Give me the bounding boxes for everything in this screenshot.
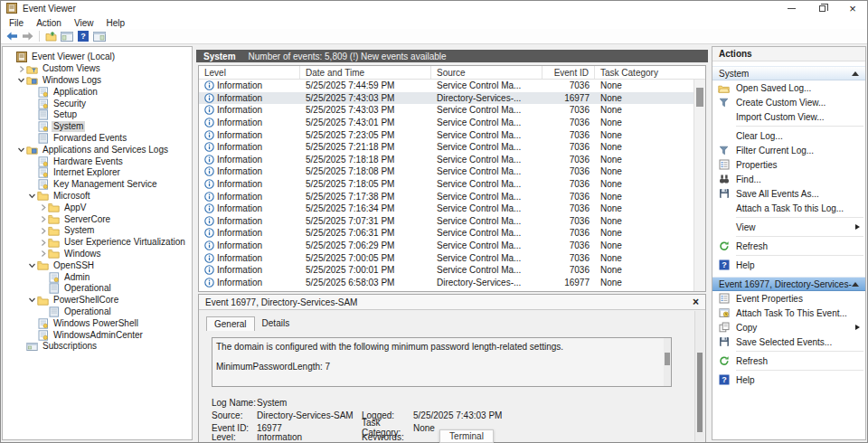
tree-item-servercore[interactable]: ServerCore xyxy=(3,213,192,225)
expander-expanded-icon[interactable] xyxy=(27,193,37,200)
action-import-custom-view[interactable]: Import Custom View... xyxy=(712,109,865,124)
expander-collapsed-icon[interactable] xyxy=(38,215,48,223)
table-row[interactable]: Information5/25/2025 7:06:31 PMService C… xyxy=(199,227,693,240)
table-row[interactable]: Information5/25/2025 7:43:01 PMService C… xyxy=(199,117,693,129)
message-scrollbar[interactable] xyxy=(664,338,671,386)
table-row[interactable]: Information5/25/2025 7:23:05 PMService C… xyxy=(199,128,693,141)
tree-item-microsoft[interactable]: Microsoft xyxy=(3,191,192,203)
tree-item-openssh[interactable]: OpenSSH xyxy=(3,259,192,271)
tree-item-security[interactable]: Security xyxy=(3,98,192,109)
expander-collapsed-icon[interactable] xyxy=(38,227,48,235)
action-attach-a-task-to-this-log[interactable]: Attach a Task To this Log... xyxy=(712,201,865,215)
table-row[interactable]: Information5/25/2025 7:06:29 PMService C… xyxy=(199,240,693,252)
detail-close-button[interactable]: × xyxy=(693,297,699,307)
action-help[interactable]: ?Help xyxy=(712,258,865,272)
expander-collapsed-icon[interactable] xyxy=(38,250,48,258)
close-button[interactable]: × xyxy=(837,0,868,16)
tree-item-hardware-events[interactable]: Hardware Events xyxy=(3,156,192,167)
message-scrollbar-thumb[interactable] xyxy=(665,353,670,365)
detail-scrollbar-thumb[interactable] xyxy=(697,353,703,432)
help-button[interactable]: ? xyxy=(75,30,91,43)
column-header-date[interactable]: Date and Time xyxy=(300,66,431,79)
collapse-arrow-icon[interactable] xyxy=(852,71,859,76)
action-save-selected-events[interactable]: Save Selected Events... xyxy=(712,335,865,349)
table-row[interactable]: Information5/25/2025 7:18:05 PMService C… xyxy=(199,178,693,191)
menu-help[interactable]: Help xyxy=(99,18,131,28)
actions-section-header-system[interactable]: System xyxy=(712,66,865,80)
action-filter-current-log[interactable]: Filter Current Log... xyxy=(712,143,865,157)
tree-item-user-experience-virtualization[interactable]: User Experience Virtualization xyxy=(3,237,192,249)
action-view[interactable]: View xyxy=(712,220,865,234)
expander-collapsed-icon[interactable] xyxy=(38,203,48,212)
detail-scrollbar[interactable] xyxy=(694,311,704,441)
action-clear-log[interactable]: Clear Log... xyxy=(712,128,865,143)
tree-item-system[interactable]: System xyxy=(3,225,192,237)
action-refresh[interactable]: Refresh xyxy=(712,239,865,253)
table-row[interactable]: Information5/25/2025 7:44:59 PMService C… xyxy=(199,80,693,92)
table-row[interactable]: Information5/25/2025 6:58:03 PMDirectory… xyxy=(199,277,693,289)
tab-details[interactable]: Details xyxy=(255,316,297,331)
expander-expanded-icon[interactable] xyxy=(16,77,26,84)
table-row[interactable]: Information5/25/2025 7:07:31 PMService C… xyxy=(199,215,693,228)
action-copy[interactable]: Copy xyxy=(712,320,865,335)
minimize-button[interactable] xyxy=(776,0,807,16)
table-row[interactable]: Information5/25/2025 7:21:18 PMService C… xyxy=(199,141,693,154)
expander-expanded-icon[interactable] xyxy=(27,262,37,269)
tree-item-appv[interactable]: AppV xyxy=(3,202,192,213)
action-refresh[interactable]: Refresh xyxy=(712,353,865,368)
action-properties[interactable]: Properties xyxy=(712,157,865,172)
table-row[interactable]: Information5/25/2025 7:00:01 PMService C… xyxy=(199,264,693,277)
tree-item-event-viewer-local[interactable]: Event Viewer (Local) xyxy=(3,52,192,63)
tree-item-windowsadmincenter[interactable]: WindowsAdminCenter xyxy=(3,329,192,341)
expander-expanded-icon[interactable] xyxy=(27,297,37,304)
tree-item-setup[interactable]: Setup xyxy=(3,109,192,121)
forward-button[interactable] xyxy=(20,30,36,43)
table-row[interactable]: Information5/25/2025 7:18:08 PMService C… xyxy=(199,165,693,178)
tree-item-application[interactable]: Application xyxy=(3,86,192,98)
action-attach-task-to-this-event[interactable]: Attach Task To This Event... xyxy=(712,306,865,320)
console-tree-button[interactable] xyxy=(59,30,75,43)
event-message-box[interactable]: The domain is configured with the follow… xyxy=(212,337,672,387)
actions-section-header-event-16977-directory-services-sam[interactable]: Event 16977, Directory-Services-SAM xyxy=(712,277,865,291)
action-pane-button[interactable] xyxy=(91,30,108,43)
menu-action[interactable]: Action xyxy=(30,18,68,28)
tree-item-internet-explorer[interactable]: Internet Explorer xyxy=(3,167,192,179)
tree-item-system[interactable]: System xyxy=(3,121,192,133)
table-row[interactable]: Information5/25/2025 7:00:05 PMService C… xyxy=(199,251,693,264)
action-event-properties[interactable]: Event Properties xyxy=(712,291,865,306)
table-row[interactable]: Information5/25/2025 7:17:38 PMService C… xyxy=(199,190,693,203)
tab-general[interactable]: General xyxy=(206,316,255,331)
table-row[interactable]: Information5/25/2025 7:43:03 PMDirectory… xyxy=(199,92,693,105)
column-header-level[interactable]: Level xyxy=(199,66,300,79)
tree-item-windows[interactable]: Windows xyxy=(3,249,192,260)
restore-button[interactable] xyxy=(807,0,837,16)
back-button[interactable] xyxy=(4,30,20,43)
expander-expanded-icon[interactable] xyxy=(16,146,26,154)
column-header-task-category[interactable]: Task Category xyxy=(595,66,705,79)
column-header-source[interactable]: Source xyxy=(431,66,542,79)
table-row[interactable]: Information5/25/2025 7:16:34 PMService C… xyxy=(199,203,693,215)
tree-item-subscriptions[interactable]: Subscriptions xyxy=(3,341,192,353)
collapse-arrow-icon[interactable] xyxy=(852,282,859,287)
terminal-tooltip[interactable]: Terminal xyxy=(439,429,494,443)
menu-view[interactable]: View xyxy=(68,18,100,28)
tree-item-windows-powershell[interactable]: Windows PowerShell xyxy=(3,317,192,329)
tree-item-admin[interactable]: Admin xyxy=(3,271,192,283)
action-find[interactable]: Find... xyxy=(712,172,865,186)
tree-item-key-management-service[interactable]: Key Management Service xyxy=(3,179,192,191)
tree-item-operational[interactable]: Operational xyxy=(3,306,192,318)
action-help[interactable]: ?Help xyxy=(712,372,865,387)
table-row[interactable]: Information5/25/2025 7:43:03 PMService C… xyxy=(199,104,693,117)
action-create-custom-view[interactable]: Create Custom View... xyxy=(712,95,865,109)
tree-item-operational[interactable]: Operational xyxy=(3,283,192,295)
column-header-event-id[interactable]: Event ID xyxy=(542,66,595,79)
tree-item-windows-logs[interactable]: Windows Logs xyxy=(3,75,192,87)
expander-collapsed-icon[interactable] xyxy=(16,65,26,73)
action-open-saved-log[interactable]: Open Saved Log... xyxy=(712,80,865,95)
table-scrollbar[interactable] xyxy=(693,80,705,291)
table-scrollbar-thumb[interactable] xyxy=(696,88,703,107)
menu-file[interactable]: File xyxy=(3,18,30,28)
tree-item-applications-and-services-logs[interactable]: Applications and Services Logs xyxy=(3,144,192,156)
tree-item-forwarded-events[interactable]: Forwarded Events xyxy=(3,133,192,145)
tree-item-custom-views[interactable]: Custom Views xyxy=(3,63,192,75)
